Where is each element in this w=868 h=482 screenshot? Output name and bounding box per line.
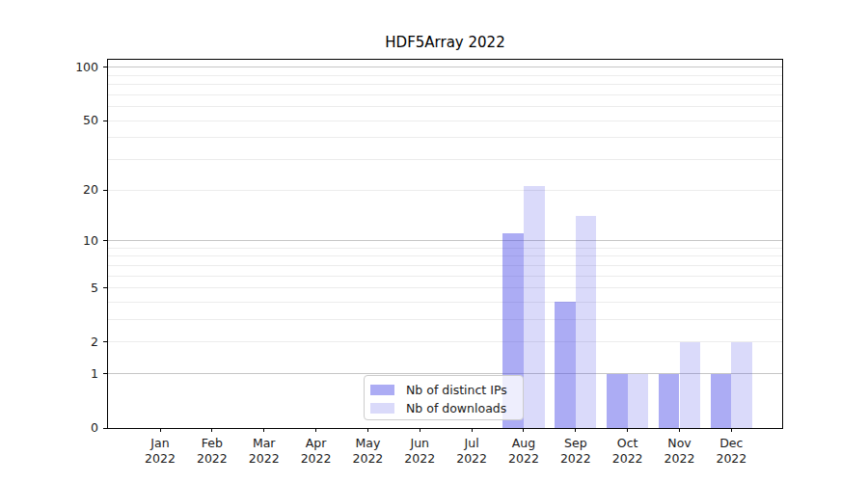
- x-tick-label-jun: Jun2022: [391, 436, 448, 466]
- x-tick-month-dec: Dec: [702, 436, 760, 451]
- x-tick-year-jul: 2022: [443, 451, 501, 467]
- x-tick-jun: [420, 428, 420, 432]
- x-tick-month-sep: Sep: [547, 436, 605, 451]
- x-tick-label-feb: Feb2022: [183, 436, 241, 466]
- x-tick-feb: [211, 428, 212, 432]
- x-tick-label-mar: Mar2022: [235, 436, 293, 466]
- x-tick-year-nov: 2022: [651, 451, 709, 467]
- y-tick-label-50: 50: [37, 113, 98, 127]
- x-tick-month-jan: Jan: [131, 436, 189, 451]
- x-tick-year-oct: 2022: [599, 451, 657, 467]
- legend: Nb of distinct IPs Nb of downloads: [364, 375, 524, 420]
- x-tick-month-oct: Oct: [599, 436, 657, 451]
- bar-sep-distinct-ips: [555, 302, 576, 428]
- legend-swatch-downloads: [370, 403, 394, 414]
- bar-nov-downloads: [680, 342, 701, 428]
- x-tick-label-dec: Dec2022: [702, 436, 760, 466]
- x-tick-may: [367, 428, 368, 432]
- legend-item-downloads: Nb of downloads: [370, 399, 515, 417]
- bar-oct-distinct-ips: [607, 374, 628, 428]
- x-tick-label-jul: Jul2022: [443, 436, 501, 466]
- x-tick-month-jun: Jun: [391, 436, 448, 451]
- x-tick-month-mar: Mar: [235, 436, 293, 451]
- y-tick-label-100: 100: [37, 60, 98, 74]
- x-tick-month-aug: Aug: [495, 436, 553, 451]
- bar-sep-downloads: [576, 216, 597, 428]
- y-tick-label-5: 5: [37, 281, 98, 295]
- plot-area: Nb of distinct IPs Nb of downloads: [107, 59, 783, 429]
- x-tick-year-may: 2022: [339, 451, 396, 467]
- x-tick-year-apr: 2022: [287, 451, 345, 467]
- x-tick-label-apr: Apr2022: [287, 436, 345, 466]
- x-tick-year-aug: 2022: [495, 451, 553, 467]
- figure: HDF5Array 2022 Nb of distinct IPs Nb of …: [0, 0, 868, 482]
- chart-title: HDF5Array 2022: [108, 34, 782, 51]
- y-tick-label-10: 10: [37, 233, 98, 248]
- x-tick-apr: [315, 428, 316, 432]
- x-tick-label-jan: Jan2022: [131, 436, 189, 466]
- bars-layer: [108, 60, 782, 428]
- y-tick-2: [103, 341, 107, 342]
- x-tick-year-dec: 2022: [702, 451, 760, 467]
- x-tick-sep: [575, 428, 576, 432]
- y-tick-1: [103, 373, 107, 374]
- x-tick-nov: [679, 428, 680, 432]
- bar-aug-downloads: [524, 186, 545, 428]
- x-tick-year-sep: 2022: [547, 451, 605, 467]
- x-tick-year-mar: 2022: [235, 451, 293, 467]
- y-tick-50: [103, 120, 107, 121]
- x-tick-mar: [263, 428, 264, 432]
- x-tick-month-apr: Apr: [287, 436, 345, 451]
- bar-nov-distinct-ips: [659, 374, 680, 428]
- bar-dec-downloads: [731, 342, 752, 428]
- y-tick-label-0: 0: [37, 420, 98, 435]
- y-tick-label-2: 2: [37, 335, 98, 349]
- x-tick-jan: [160, 428, 161, 432]
- bar-dec-distinct-ips: [711, 374, 732, 428]
- y-tick-label-1: 1: [37, 366, 98, 381]
- x-tick-dec: [731, 428, 732, 432]
- y-tick-5: [103, 287, 107, 288]
- x-tick-jul: [472, 428, 473, 432]
- legend-label-distinct-ips: Nb of distinct IPs: [406, 383, 507, 397]
- x-tick-aug: [523, 428, 524, 432]
- x-tick-month-jul: Jul: [443, 436, 501, 451]
- y-tick-20: [103, 190, 107, 191]
- y-tick-10: [103, 240, 107, 241]
- x-tick-label-may: May2022: [339, 436, 396, 466]
- y-tick-100: [103, 67, 107, 67]
- x-tick-label-oct: Oct2022: [599, 436, 657, 466]
- bar-oct-downloads: [628, 374, 649, 428]
- x-tick-label-sep: Sep2022: [547, 436, 605, 466]
- x-tick-month-feb: Feb: [183, 436, 241, 451]
- legend-swatch-distinct-ips: [370, 385, 394, 395]
- x-tick-oct: [627, 428, 628, 432]
- y-tick-0: [103, 428, 107, 429]
- legend-label-downloads: Nb of downloads: [406, 401, 506, 415]
- y-tick-label-20: 20: [37, 182, 98, 197]
- x-tick-label-nov: Nov2022: [651, 436, 709, 466]
- x-tick-label-aug: Aug2022: [495, 436, 553, 466]
- legend-item-distinct-ips: Nb of distinct IPs: [370, 381, 515, 399]
- x-tick-month-nov: Nov: [651, 436, 709, 451]
- x-tick-year-feb: 2022: [183, 451, 241, 467]
- x-tick-month-may: May: [339, 436, 396, 451]
- x-tick-year-jun: 2022: [391, 451, 448, 467]
- x-tick-year-jan: 2022: [131, 451, 189, 467]
